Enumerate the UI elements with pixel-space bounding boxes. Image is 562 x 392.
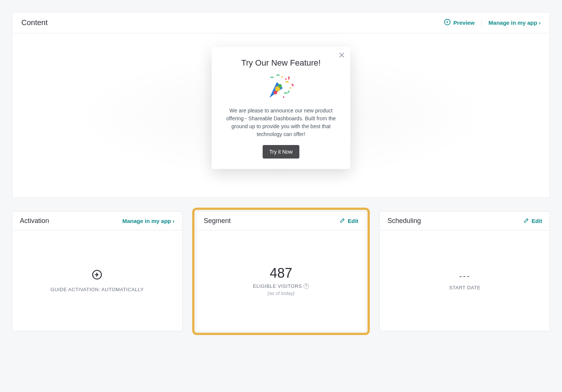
segment-note: (as of today): [268, 290, 294, 296]
svg-point-7: [278, 84, 282, 88]
activation-title: Activation: [20, 217, 49, 225]
content-actions: Preview Manage in my app ›: [444, 18, 541, 27]
svg-point-1: [281, 76, 283, 78]
party-popper-icon: [222, 73, 340, 102]
feature-modal: ✕ Try Our New Feature!: [212, 47, 350, 169]
close-icon[interactable]: ✕: [338, 51, 345, 60]
segment-metric-label: ELIGIBLE VISITORS: [253, 283, 302, 289]
arrow-circle-right-icon: [92, 269, 102, 281]
segment-count: 487: [270, 265, 292, 281]
content-body: ✕ Try Our New Feature!: [12, 33, 550, 197]
activation-card-body: GUIDE ACTIVATION: AUTOMATICALLY: [12, 230, 182, 331]
content-panel: Content Preview Manage in my app › ✕ Try…: [12, 12, 550, 198]
svg-point-2: [285, 78, 287, 80]
svg-point-4: [290, 87, 291, 89]
scheduling-value: ---: [459, 271, 471, 281]
pencil-icon: [523, 217, 529, 224]
segment-card-body: 487 ELIGIBLE VISITORS ? (as of today): [196, 230, 366, 331]
segment-edit-button[interactable]: Edit: [339, 217, 358, 224]
manage-app-link[interactable]: Manage in my app ›: [489, 19, 541, 26]
svg-point-3: [283, 96, 284, 98]
activation-manage-link[interactable]: Manage in my app ›: [122, 218, 174, 224]
content-header: Content Preview Manage in my app ›: [12, 12, 550, 33]
modal-body-text: We are please to announce our new produc…: [222, 107, 340, 138]
activation-card-header: Activation Manage in my app ›: [12, 212, 182, 230]
cards-row: Activation Manage in my app › GUIDE ACTI…: [12, 211, 550, 331]
activation-manage-label: Manage in my app ›: [122, 218, 174, 224]
activation-status-label: GUIDE ACTIVATION: AUTOMATICALLY: [51, 287, 144, 292]
content-title: Content: [21, 18, 48, 27]
header-divider: [481, 19, 482, 27]
modal-title: Try Our New Feature!: [222, 58, 340, 68]
segment-card: Segment Edit 487 ELIGIBLE VISITORS ? (as…: [196, 211, 366, 331]
segment-edit-label: Edit: [348, 218, 358, 224]
help-icon[interactable]: ?: [303, 283, 309, 289]
manage-app-label: Manage in my app ›: [489, 19, 541, 26]
segment-metric-row: ELIGIBLE VISITORS ?: [253, 283, 309, 289]
scheduling-card-header: Scheduling Edit: [380, 212, 550, 230]
scheduling-label: START DATE: [449, 285, 481, 290]
scheduling-card-body: --- START DATE: [380, 230, 550, 331]
activation-card: Activation Manage in my app › GUIDE ACTI…: [12, 211, 182, 331]
scheduling-title: Scheduling: [387, 217, 421, 225]
preview-label: Preview: [453, 19, 475, 26]
scheduling-card: Scheduling Edit --- START DATE: [380, 211, 550, 331]
preview-link[interactable]: Preview: [444, 18, 475, 27]
segment-card-header: Segment Edit: [196, 212, 366, 230]
play-circle-icon: [444, 18, 451, 27]
svg-point-6: [274, 91, 277, 94]
pencil-icon: [339, 217, 345, 224]
segment-title: Segment: [204, 217, 231, 225]
scheduling-edit-label: Edit: [532, 218, 542, 224]
scheduling-edit-button[interactable]: Edit: [523, 217, 542, 224]
try-it-button[interactable]: Try it Now: [263, 145, 299, 159]
